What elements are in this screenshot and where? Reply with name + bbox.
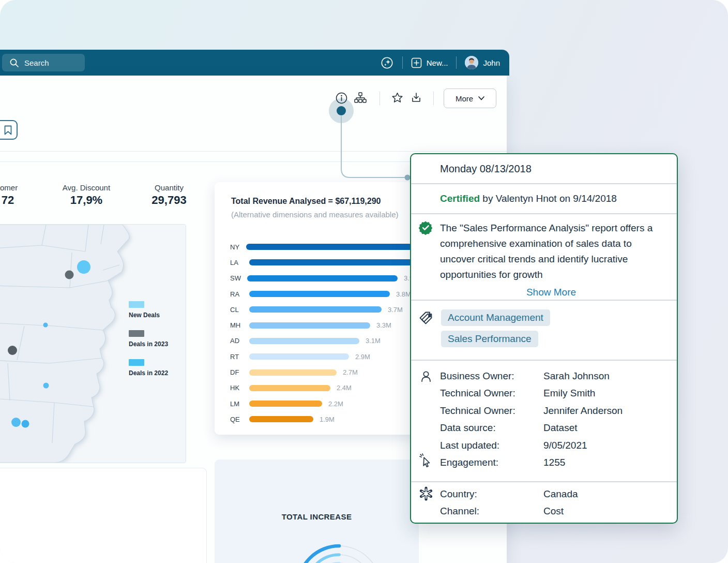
topbar-right-cluster: New... John [381,50,500,76]
kpi-value: 17,9% [63,194,110,207]
show-more-link[interactable]: Show More [440,285,662,300]
bar [247,275,398,282]
bar [246,244,413,250]
legend-item: Deals in 2022 [129,359,168,377]
metadata-label: Business Owner: [440,371,543,382]
bar [249,259,413,265]
kpi[interactable]: Avg. Discount 17,9% [63,183,110,207]
legend-swatch [129,301,144,308]
legend-item: New Deals [129,301,168,319]
metadata-row: Data source: Dataset [440,420,623,437]
bar-row[interactable]: CL 3.7M [215,302,419,317]
user-menu[interactable]: John [465,56,500,69]
toolbar-separator [380,92,380,105]
kpi-strip: tomer 72 Avg. Discount 17,9% Quantity 29… [0,183,217,214]
chart-title: Total Revenue Analysed = $67,119,290 [231,197,381,206]
bar [249,322,370,329]
property-rows: Country: Canada Channel: Cost [440,485,578,520]
area-chart-card[interactable] [0,468,207,563]
detail-rows: Business Owner: Sarah Johnson Technical … [440,367,623,471]
metadata-row: Technical Owner: Emily Smith [440,385,623,403]
bar-row[interactable]: LA [215,255,419,270]
new-button-label: New... [427,58,448,67]
bar-row[interactable]: RT 2.9M [215,349,419,364]
lineage-icon[interactable] [354,91,367,105]
kpi-value: 29,793 [151,194,186,207]
kpi-value: 72 [0,194,18,207]
divider [411,213,677,214]
bar-category-label: AD [230,337,249,345]
certified-row: Certified by Valentyn Hnot on 9/14/2018 [411,184,677,213]
metadata-label: Technical Owner: [440,388,543,399]
certified-label: Certified [440,193,480,204]
search-input[interactable]: Search [2,54,85,71]
bar-category-label: DF [230,368,249,376]
gauge-arcs [215,460,419,563]
metadata-value: Emily Smith [543,388,595,399]
bar-category-label: LA [230,259,249,266]
more-button[interactable]: More [444,88,496,108]
description-section: The "Sales Performance Analysis" report … [411,217,677,300]
favorite-star-icon[interactable] [390,91,404,105]
metadata-value: 1255 [543,457,565,468]
metadata-popover: Monday 08/13/2018 Certified by Valentyn … [410,153,678,524]
legend-swatch [129,330,144,337]
download-icon[interactable] [410,91,423,105]
bar-row[interactable]: SW 3.9M [215,271,419,286]
bar-category-label: LM [230,400,249,408]
popover-date-header: Monday 08/13/2018 [411,154,677,183]
user-avatar [465,56,478,69]
bar-category-label: NY [230,243,246,251]
bar-value-label: 2.2M [328,400,343,408]
bar-row[interactable]: QE 1.9M [215,411,419,427]
bar-value-label: 2.7M [343,368,358,376]
tag-chips: Account Management Sales Performance [441,309,550,352]
details-section: Business Owner: Sarah Johnson Technical … [411,360,677,481]
metadata-value: Jennifer Anderson [543,405,623,417]
bar-category-label: HK [230,384,249,392]
kpi-label: Avg. Discount [63,183,110,192]
legend-label: New Deals [129,312,168,319]
bar-row[interactable]: DF 2.7M [215,364,419,380]
info-icon[interactable] [335,91,348,105]
bar-row[interactable]: RA 3.8M [215,286,419,302]
bar-value-label: 3.1M [366,337,381,345]
revenue-bar-chart-card[interactable]: Total Revenue Analysed = $67,119,290 (Al… [215,182,419,435]
insight-advisor-icon[interactable] [381,56,394,69]
bar [249,385,330,391]
tag-chip[interactable]: Sales Performance [441,331,538,347]
kpi-label: tomer [0,183,18,192]
kpi[interactable]: Quantity 29,793 [151,183,186,207]
bar [249,291,390,297]
metadata-row: Country: Canada [440,485,578,503]
bar-row[interactable]: HK 2.4M [215,380,419,396]
deals-map-card[interactable]: New Deals Deals in 2023 Deals in 2022 [0,224,186,463]
metadata-row: Engagement: 1255 [440,454,623,472]
new-button[interactable]: New... [411,57,448,68]
bar-row[interactable]: AD 3.1M [215,333,419,349]
bar-row[interactable]: LM 2.2M [215,396,419,411]
metadata-value: Canada [543,488,578,500]
search-icon [9,58,19,68]
bookmark-button[interactable] [0,120,18,140]
bar [249,306,382,313]
legend-label: Deals in 2022 [129,369,168,377]
toolbar-separator [433,92,434,105]
bookmark-icon [4,125,12,135]
bar-value-label: 2.4M [337,384,352,392]
kpi[interactable]: tomer 72 [0,183,18,207]
more-button-label: More [456,94,473,103]
bar-row[interactable]: MH 3.3M [215,317,419,333]
search-placeholder: Search [24,58,49,67]
tag-chip[interactable]: Account Management [441,309,550,326]
bar-category-label: QE [230,416,249,423]
bar-value-label: 3.3M [376,321,391,329]
metadata-value: Sarah Johnson [543,371,610,382]
metadata-row: Last updated: 9/05/2021 [440,437,623,454]
tags-section: Account Management Sales Performance [411,300,677,360]
bar-value-label: 3.7M [388,306,403,314]
bar-row[interactable]: NY [215,239,419,255]
map-legend: New Deals Deals in 2023 Deals in 2022 [129,301,168,388]
kpi-label: Quantity [151,183,186,192]
total-increase-card[interactable]: TOTAL INCREASE [215,460,419,563]
